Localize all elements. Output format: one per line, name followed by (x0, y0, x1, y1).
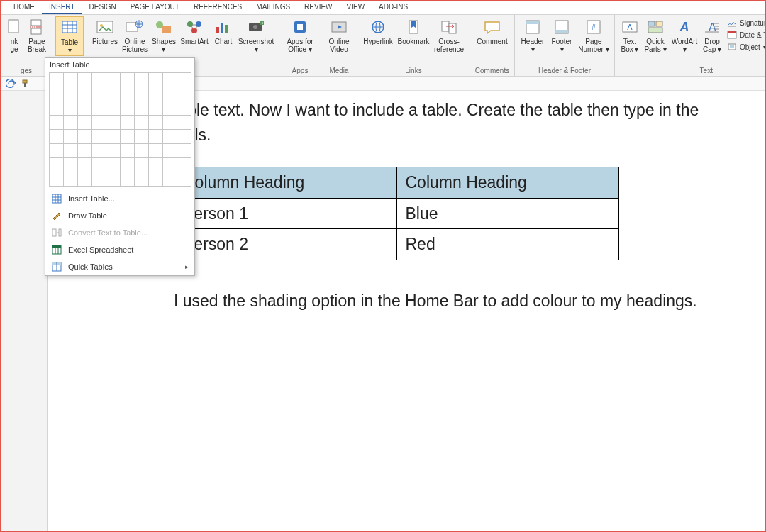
grid-cell[interactable] (49, 157, 64, 172)
grid-cell[interactable] (77, 115, 92, 130)
page-break-button[interactable]: PageBreak (25, 16, 49, 55)
wordart-button[interactable]: AWordArt▾ (669, 16, 700, 55)
grid-cell[interactable] (120, 129, 135, 144)
grid-cell[interactable] (148, 143, 163, 158)
grid-cell[interactable] (49, 115, 64, 130)
grid-cell[interactable] (148, 115, 163, 130)
grid-cell[interactable] (148, 129, 163, 144)
date-time-button[interactable]: Date & Time (727, 30, 766, 40)
menu-draw-table[interactable]: Draw Table (45, 207, 194, 224)
blank-page-button[interactable]: nkge (4, 16, 25, 55)
grid-cell[interactable] (106, 143, 121, 158)
comment-button[interactable]: Comment (473, 16, 511, 47)
menu-insert-table[interactable]: Insert Table... (45, 190, 194, 207)
grid-cell[interactable] (63, 115, 78, 130)
grid-cell[interactable] (91, 115, 106, 130)
text-box-button[interactable]: ATextBox ▾ (618, 16, 642, 55)
tab-references[interactable]: REFERENCES (187, 1, 249, 14)
menu-excel-spreadsheet[interactable]: Excel Spreadsheet (45, 241, 194, 258)
grid-cell[interactable] (162, 129, 177, 144)
redo-icon[interactable] (6, 79, 16, 89)
grid-cell[interactable] (106, 72, 121, 87)
grid-cell[interactable] (134, 157, 149, 172)
grid-cell[interactable] (134, 172, 149, 187)
grid-cell[interactable] (120, 101, 135, 116)
tab-insert[interactable]: INSERT (42, 1, 82, 14)
footer-button[interactable]: Footer▾ (548, 16, 576, 55)
grid-cell[interactable] (162, 143, 177, 158)
grid-cell[interactable] (134, 143, 149, 158)
grid-cell[interactable] (91, 157, 106, 172)
grid-cell[interactable] (177, 157, 192, 172)
grid-cell[interactable] (63, 143, 78, 158)
screenshot-button[interactable]: +Screenshot▾ (236, 16, 276, 55)
grid-cell[interactable] (162, 72, 177, 87)
menu-quick-tables[interactable]: Quick Tables▸ (45, 258, 194, 275)
header-button[interactable]: Header▾ (518, 16, 548, 55)
grid-cell[interactable] (120, 143, 135, 158)
grid-cell[interactable] (106, 115, 121, 130)
quick-parts-button[interactable]: QuickParts ▾ (642, 16, 669, 55)
grid-cell[interactable] (134, 129, 149, 144)
grid-cell[interactable] (91, 143, 106, 158)
grid-cell[interactable] (177, 87, 192, 101)
grid-cell[interactable] (162, 172, 177, 187)
grid-cell[interactable] (120, 157, 135, 172)
grid-cell[interactable] (134, 115, 149, 130)
hyperlink-button[interactable]: Hyperlink (360, 16, 396, 47)
bookmark-button[interactable]: Bookmark (396, 16, 431, 47)
grid-cell[interactable] (49, 143, 64, 158)
grid-cell[interactable] (148, 157, 163, 172)
page-number-button[interactable]: #PageNumber ▾ (576, 16, 611, 55)
smartart-button[interactable]: SmartArt (178, 16, 211, 47)
table-header-cell[interactable]: Column Heading (396, 167, 619, 199)
tab-review[interactable]: REVIEW (297, 1, 339, 14)
grid-cell[interactable] (49, 129, 64, 144)
apps-for-office-button[interactable]: Apps forOffice ▾ (282, 16, 318, 55)
tab-addins[interactable]: ADD-INS (372, 1, 415, 14)
grid-cell[interactable] (63, 72, 78, 87)
grid-cell[interactable] (177, 143, 192, 158)
grid-cell[interactable] (49, 87, 64, 101)
table-header-cell[interactable]: Column Heading (174, 167, 397, 199)
grid-cell[interactable] (49, 72, 64, 87)
paragraph-1[interactable]: mple text. Now I want to include a table… (174, 98, 730, 147)
grid-cell[interactable] (120, 72, 135, 87)
cross-reference-button[interactable]: Cross-reference (431, 16, 467, 55)
grid-cell[interactable] (49, 101, 64, 116)
grid-cell[interactable] (162, 115, 177, 130)
grid-cell[interactable] (134, 87, 149, 101)
grid-cell[interactable] (91, 129, 106, 144)
shapes-button[interactable]: Shapes▾ (150, 16, 178, 55)
grid-cell[interactable] (177, 115, 192, 130)
sample-table[interactable]: Column Heading Column Heading Person 1 B… (174, 167, 619, 260)
grid-cell[interactable] (91, 72, 106, 87)
grid-cell[interactable] (162, 101, 177, 116)
tab-design[interactable]: DESIGN (82, 1, 123, 14)
grid-cell[interactable] (63, 157, 78, 172)
pictures-button[interactable]: Pictures (90, 16, 120, 47)
tab-page-layout[interactable]: PAGE LAYOUT (123, 1, 187, 14)
grid-cell[interactable] (77, 87, 92, 101)
grid-cell[interactable] (177, 72, 192, 87)
tab-home[interactable]: HOME (6, 1, 42, 14)
grid-cell[interactable] (148, 172, 163, 187)
grid-cell[interactable] (63, 172, 78, 187)
grid-cell[interactable] (134, 72, 149, 87)
table-cell[interactable]: Blue (396, 198, 619, 229)
table-cell[interactable]: Red (396, 229, 619, 260)
grid-cell[interactable] (120, 87, 135, 101)
grid-cell[interactable] (162, 157, 177, 172)
grid-cell[interactable] (120, 115, 135, 130)
tab-view[interactable]: VIEW (340, 1, 372, 14)
table-button[interactable]: Table▾ (55, 16, 84, 56)
grid-cell[interactable] (106, 129, 121, 144)
chart-button[interactable]: Chart (211, 16, 236, 47)
grid-cell[interactable] (77, 72, 92, 87)
grid-cell[interactable] (91, 87, 106, 101)
grid-cell[interactable] (148, 101, 163, 116)
grid-cell[interactable] (148, 87, 163, 101)
grid-cell[interactable] (177, 101, 192, 116)
drop-cap-button[interactable]: ADropCap ▾ (700, 16, 724, 55)
grid-cell[interactable] (106, 157, 121, 172)
